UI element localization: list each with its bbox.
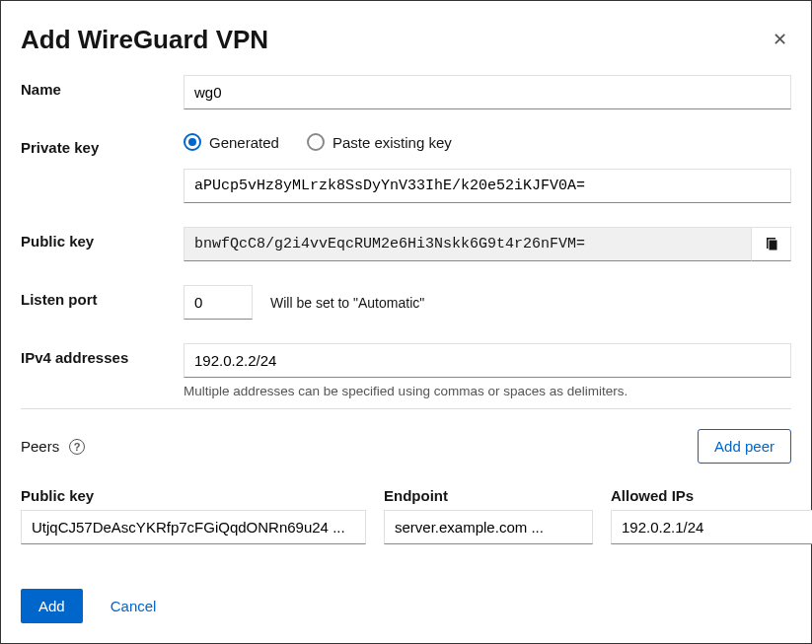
- peer-row: Public key Endpoint Allowed IPs: [21, 487, 791, 544]
- peer-allowed-ips-label: Allowed IPs: [611, 487, 812, 504]
- add-wireguard-modal: Add WireGuard VPN ✕ Name Private key Gen…: [0, 0, 812, 644]
- close-icon: ✕: [773, 30, 787, 49]
- radio-generated[interactable]: Generated: [184, 133, 279, 151]
- radio-generated-label: Generated: [209, 134, 279, 151]
- public-key-value: bnwfQcC8/g2i4vvEqcRUM2e6Hi3Nskk6G9t4r26n…: [184, 227, 752, 261]
- public-key-label: Public key: [21, 227, 184, 250]
- close-button[interactable]: ✕: [769, 25, 791, 54]
- modal-header: Add WireGuard VPN ✕: [21, 25, 791, 55]
- modal-footer: Add Cancel: [21, 589, 156, 623]
- private-key-label: Private key: [21, 133, 184, 156]
- private-key-radio-group: Generated Paste existing key: [184, 133, 791, 151]
- peer-endpoint-input[interactable]: [384, 510, 593, 544]
- ipv4-row: IPv4 addresses Multiple addresses can be…: [21, 343, 791, 398]
- listen-port-row: Listen port Will be set to "Automatic": [21, 285, 791, 320]
- ipv4-helper-text: Multiple addresses can be specified usin…: [184, 384, 791, 398]
- radio-paste-existing[interactable]: Paste existing key: [307, 133, 452, 151]
- peers-header: Peers ? Add peer: [21, 429, 791, 464]
- modal-title: Add WireGuard VPN: [21, 25, 268, 55]
- cancel-button[interactable]: Cancel: [111, 598, 157, 614]
- listen-port-input[interactable]: [184, 285, 253, 320]
- radio-paste-label: Paste existing key: [332, 134, 452, 151]
- radio-icon-checked: [184, 133, 201, 151]
- help-icon[interactable]: ?: [69, 439, 85, 455]
- svg-rect-1: [769, 240, 777, 250]
- add-button[interactable]: Add: [21, 589, 83, 623]
- name-input[interactable]: [184, 75, 791, 109]
- add-peer-button[interactable]: Add peer: [698, 429, 791, 464]
- ipv4-label: IPv4 addresses: [21, 343, 184, 366]
- ipv4-input[interactable]: [184, 343, 791, 378]
- private-key-input[interactable]: [184, 169, 791, 203]
- listen-port-label: Listen port: [21, 285, 184, 308]
- radio-icon-unchecked: [307, 133, 325, 151]
- peer-public-key-label: Public key: [21, 487, 366, 504]
- name-label: Name: [21, 75, 184, 98]
- copy-icon: [764, 237, 779, 252]
- peer-endpoint-label: Endpoint: [384, 487, 593, 504]
- peers-section-label: Peers: [21, 438, 59, 455]
- copy-public-key-button[interactable]: [752, 227, 791, 261]
- peer-allowed-ips-input[interactable]: [611, 510, 812, 544]
- section-divider: [21, 408, 791, 409]
- private-key-row: Private key Generated Paste existing key: [21, 133, 791, 203]
- peer-public-key-input[interactable]: [21, 510, 366, 544]
- name-row: Name: [21, 75, 791, 109]
- listen-port-hint: Will be set to "Automatic": [270, 295, 424, 311]
- public-key-row: Public key bnwfQcC8/g2i4vvEqcRUM2e6Hi3Ns…: [21, 227, 791, 261]
